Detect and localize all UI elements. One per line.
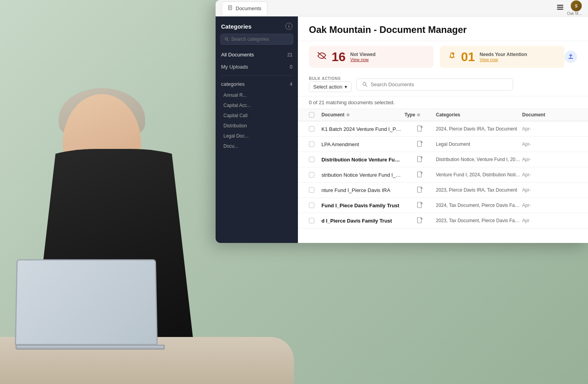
- sidebar-item-my-uploads[interactable]: My Uploads 0: [216, 61, 298, 73]
- sidebar-info-icon[interactable]: i: [285, 23, 292, 30]
- not-viewed-link[interactable]: View now: [350, 57, 376, 62]
- stat-attention[interactable]: ! 01 Needs Your Attention View now: [440, 46, 564, 68]
- doc-date: Apr-: [522, 157, 577, 162]
- sidebar-category-capital-acc[interactable]: Capital Acc...: [216, 100, 298, 110]
- header-checkbox-col: [309, 112, 321, 118]
- doc-categories: 2024, Tax Document, Pierce Davis Family …: [436, 203, 522, 208]
- row-checkbox[interactable]: [309, 218, 321, 223]
- svg-point-12: [363, 82, 366, 85]
- toolbar: BULK ACTIONS Select action ▾: [298, 72, 588, 96]
- doc-date: Apr-: [522, 172, 577, 178]
- tab-documents[interactable]: Documents: [222, 2, 267, 15]
- doc-name: K1 Batch 2024 Venture Fund I_Pierce Davi…: [321, 126, 405, 132]
- doc-name: Fund I_Piece Davis Family Trust: [321, 203, 405, 208]
- file-icon: [405, 202, 436, 209]
- my-uploads-label: My Uploads: [221, 64, 248, 70]
- document-tab-icon: [228, 5, 233, 12]
- search-documents-input[interactable]: [371, 82, 508, 87]
- select-action-dropdown[interactable]: Select action ▾: [309, 82, 352, 92]
- selection-info-text: 0 of 21 matching documents selected.: [309, 100, 395, 105]
- doc-name: nture Fund I_Pierce Davis IRA: [321, 187, 405, 193]
- doc-categories: 2023, Tax Document, Pierce Davis Family …: [436, 218, 522, 223]
- not-viewed-label: Not Viewed: [350, 52, 376, 57]
- col-header-docdate: Document: [522, 112, 577, 118]
- table-row[interactable]: stribution Notice Venture Fund I_2024 Op…: [298, 167, 588, 183]
- attention-link[interactable]: View now: [480, 57, 527, 62]
- sidebar-category-capital-call[interactable]: Capital Call: [216, 110, 298, 121]
- sidebar-category-legal[interactable]: Legal Doc...: [216, 131, 298, 141]
- doc-date: Apr-: [522, 187, 577, 193]
- col-header-type[interactable]: Type ⚙: [405, 112, 436, 118]
- stat-not-viewed[interactable]: 16 Not Viewed View now: [309, 46, 434, 68]
- doc-date: Apr-: [522, 126, 577, 132]
- not-viewed-count: 16: [332, 51, 346, 63]
- svg-rect-4: [557, 5, 563, 6]
- doc-categories: Legal Document: [436, 141, 522, 147]
- sidebar-category-annual[interactable]: Annual R...: [216, 90, 298, 100]
- doc-name: d I_Pierce Davis Family Trust: [321, 218, 405, 224]
- col-header-document[interactable]: Document ⚙: [321, 112, 405, 118]
- main-content: Categories i All Documents 21 My Uploads…: [216, 16, 588, 243]
- col-docdate-label: Document: [522, 112, 545, 118]
- file-icon: [405, 156, 436, 163]
- sidebar: Categories i All Documents 21 My Uploads…: [216, 16, 298, 243]
- categories-label: categories: [221, 81, 245, 87]
- all-documents-count: 21: [287, 52, 292, 58]
- file-icon: [405, 125, 436, 132]
- sidebar-item-all-documents[interactable]: All Documents 21: [216, 49, 298, 61]
- row-checkbox[interactable]: [309, 157, 321, 162]
- my-uploads-count: 0: [290, 64, 292, 70]
- attention-label: Needs Your Attention: [480, 52, 527, 57]
- tab-bar: Documents S Oak M...: [216, 0, 588, 16]
- svg-line-8: [227, 40, 229, 41]
- page-header: Oak Mountain - Document Manager: [298, 16, 588, 41]
- all-documents-label: All Documents: [221, 52, 254, 58]
- sidebar-category-docu[interactable]: Docu...: [216, 141, 298, 151]
- right-content: Oak Mountain - Document Manager 16: [298, 16, 588, 243]
- table-row[interactable]: LPA Amendment Legal Document Apr-: [298, 137, 588, 152]
- row-checkbox[interactable]: [309, 172, 321, 178]
- row-checkbox[interactable]: [309, 126, 321, 132]
- file-icon: [405, 187, 436, 194]
- search-box[interactable]: [356, 78, 513, 91]
- chevron-down-icon: ▾: [345, 84, 347, 90]
- bulk-actions-label: BULK ACTIONS: [309, 76, 352, 81]
- avatar-label: Oak M...: [567, 11, 582, 16]
- table-row[interactable]: Distribution Notice Venture Fund I_2024 …: [298, 152, 588, 167]
- page-title: Oak Mountain - Document Manager: [309, 24, 577, 35]
- svg-text:!: !: [453, 53, 453, 55]
- table-row[interactable]: K1 Batch 2024 Venture Fund I_Pierce Davi…: [298, 121, 588, 137]
- sidebar-title: Categories: [221, 23, 252, 30]
- sidebar-categories-toggle[interactable]: categories 4: [216, 78, 298, 90]
- doc-name: LPA Amendment: [321, 141, 405, 147]
- upload-button[interactable]: [564, 51, 577, 63]
- table-row[interactable]: nture Fund I_Pierce Davis IRA 2023, Pier…: [298, 183, 588, 198]
- col-categories-label: Categories: [436, 112, 460, 118]
- stats-row: 16 Not Viewed View now !: [298, 41, 588, 72]
- sidebar-category-distribution[interactable]: Distribution: [216, 121, 298, 131]
- doc-categories: Venture Fund I, 2024, Distribution Notic…: [436, 172, 522, 178]
- document-table: Document ⚙ Type ⚙ Categories Document: [298, 109, 588, 243]
- doc-categories: 2023, Pierce Davis IRA, Tax Document: [436, 187, 522, 193]
- svg-rect-5: [557, 7, 563, 8]
- sort-document-icon: ⚙: [346, 113, 350, 117]
- file-icon: [405, 171, 436, 178]
- table-row[interactable]: d I_Pierce Davis Family Trust 2023, Tax …: [298, 213, 588, 228]
- file-icon: [405, 217, 436, 224]
- doc-name: Distribution Notice Venture Fund I_2024 …: [321, 157, 405, 163]
- row-checkbox[interactable]: [309, 187, 321, 193]
- bell-icon: !: [448, 51, 456, 62]
- select-all-checkbox[interactable]: [309, 112, 314, 118]
- sidebar-search-box[interactable]: [220, 34, 293, 45]
- ui-panel: Documents S Oak M... Categories i: [216, 0, 588, 243]
- laptop: [16, 259, 165, 353]
- sidebar-search-input[interactable]: [231, 36, 289, 42]
- doc-name: stribution Notice Venture Fund I_2024 Op…: [321, 172, 405, 178]
- file-icon: [405, 141, 436, 148]
- row-checkbox[interactable]: [309, 141, 321, 147]
- table-header: Document ⚙ Type ⚙ Categories Document: [298, 109, 588, 121]
- table-row[interactable]: Fund I_Piece Davis Family Trust 2024, Ta…: [298, 198, 588, 213]
- row-checkbox[interactable]: [309, 203, 321, 208]
- sidebar-header: Categories i: [216, 16, 298, 34]
- attention-count: 01: [461, 51, 475, 63]
